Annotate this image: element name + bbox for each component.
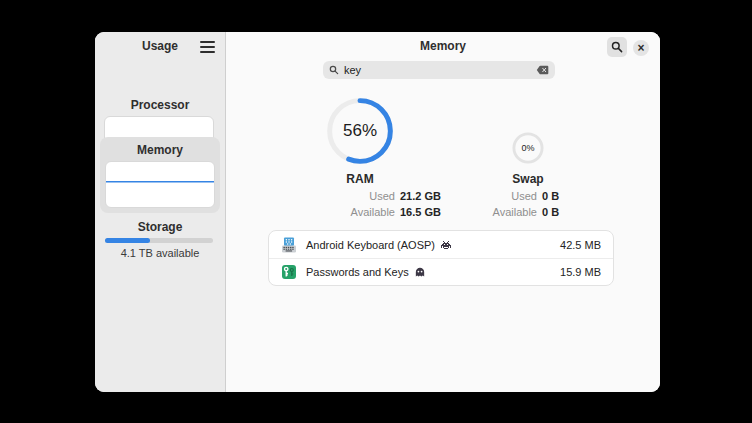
swap-available-label: Available bbox=[467, 204, 537, 220]
sidebar-item-memory-label: Memory bbox=[100, 143, 220, 157]
desktop-background: Usage Processor Memory Storage 4.1 TB av… bbox=[0, 0, 752, 423]
swap-percent: 0% bbox=[512, 132, 544, 164]
process-list: Android Keyboard (AOSP) 42.5 MB bbox=[268, 230, 614, 286]
search-toggle-button[interactable] bbox=[607, 37, 627, 57]
main-content: Memory × bbox=[226, 32, 660, 392]
clear-search-icon[interactable] bbox=[536, 65, 549, 75]
menu-icon[interactable] bbox=[200, 41, 215, 53]
swap-used-label: Used bbox=[467, 188, 537, 204]
swap-available-value: 0 B bbox=[542, 204, 632, 220]
android-keyboard-app-icon bbox=[281, 237, 297, 253]
usage-app-window: Usage Processor Memory Storage 4.1 TB av… bbox=[95, 32, 660, 392]
sidebar-item-processor[interactable]: Processor bbox=[95, 98, 225, 112]
process-memory: 15.9 MB bbox=[560, 266, 601, 278]
search-bar[interactable] bbox=[323, 61, 555, 79]
storage-progress-fill bbox=[105, 238, 150, 243]
process-memory: 42.5 MB bbox=[560, 239, 601, 251]
sidebar-item-memory[interactable]: Memory bbox=[100, 137, 220, 213]
process-row-android-keyboard[interactable]: Android Keyboard (AOSP) 42.5 MB bbox=[269, 231, 613, 258]
search-entry-icon bbox=[329, 65, 339, 75]
memory-chart-line bbox=[106, 162, 214, 207]
storage-progress-bar bbox=[105, 238, 213, 243]
swap-label: Swap bbox=[468, 172, 588, 186]
space-invader-icon bbox=[441, 241, 451, 249]
passwords-keys-app-icon bbox=[281, 264, 297, 280]
memory-mini-chart bbox=[105, 161, 215, 208]
sidebar: Usage Processor Memory Storage 4.1 TB av… bbox=[95, 32, 226, 392]
swap-used-value: 0 B bbox=[542, 188, 632, 204]
storage-available-text: 4.1 TB available bbox=[95, 247, 225, 259]
swap-gauge: 0% bbox=[512, 132, 544, 164]
page-title: Memory bbox=[226, 39, 660, 53]
ram-label: RAM bbox=[300, 172, 420, 186]
ram-used-label: Used bbox=[325, 188, 395, 204]
ram-available-label: Available bbox=[325, 204, 395, 220]
process-name: Passwords and Keys bbox=[306, 266, 409, 278]
search-input[interactable] bbox=[344, 64, 536, 76]
process-row-passwords-keys[interactable]: Passwords and Keys 15.9 MB bbox=[269, 258, 613, 285]
sidebar-item-storage[interactable]: Storage bbox=[95, 220, 225, 234]
search-icon bbox=[611, 41, 623, 53]
process-name: Android Keyboard (AOSP) bbox=[306, 239, 435, 251]
ram-stats: Used 21.2 GB Available 16.5 GB bbox=[325, 188, 490, 220]
ram-percent: 56% bbox=[327, 98, 393, 164]
ghost-icon bbox=[415, 267, 425, 277]
swap-stats: Used 0 B Available 0 B bbox=[467, 188, 632, 220]
ram-gauge: 56% bbox=[327, 98, 393, 164]
close-icon[interactable]: × bbox=[633, 40, 649, 56]
